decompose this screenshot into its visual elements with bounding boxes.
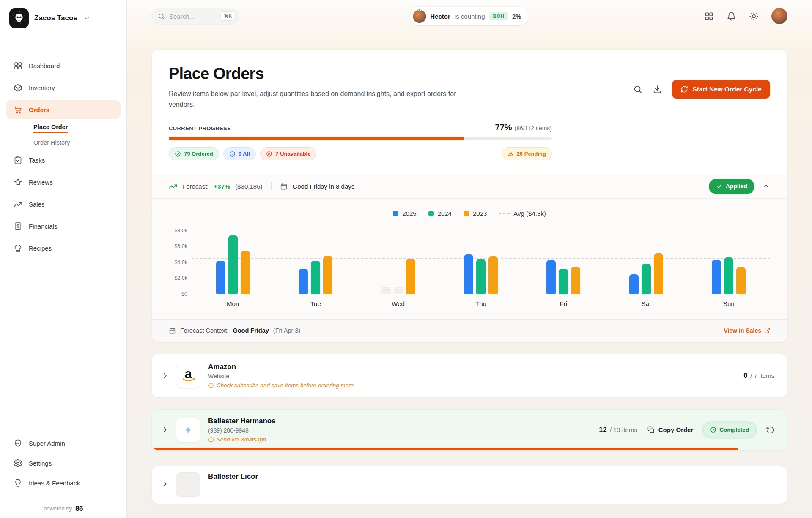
bar-group-thu [439,231,522,294]
bar-group-sun [688,231,770,294]
check-circle-icon [229,151,236,157]
search-orders-button[interactable] [633,85,642,94]
forecast-header: Forecast: +37% ($30,186) Good Friday in … [152,174,787,199]
bar-2025-tue[interactable] [299,269,308,294]
bar-2025-sat[interactable] [629,274,639,294]
boh-badge: BOH [489,12,508,20]
bell-icon[interactable] [727,11,736,21]
vendor-info: Amazon Website Check subscribe and save … [208,363,354,388]
copy-order-button[interactable]: Copy Order [647,426,694,433]
legend-item-2025[interactable]: 2025 [393,210,416,217]
sidebar-item-dashboard[interactable]: Dashboard [6,56,121,75]
sidebar-item-label: Orders [29,106,49,113]
legend-item-2023[interactable]: 2023 [464,210,487,217]
user-avatar[interactable] [771,8,787,24]
applied-button[interactable]: Applied [709,179,754,194]
expand-chevron-right-icon[interactable] [161,480,169,488]
bar-2025-mon[interactable] [216,261,225,294]
bar-2023-thu[interactable] [488,256,498,294]
subnav-order-history[interactable]: Order History [33,139,70,146]
sidebar-item-orders[interactable]: Orders [6,100,121,119]
bar-2024-tue[interactable] [311,261,320,294]
expand-chevron-right-icon[interactable] [161,426,169,434]
live-activity-pill[interactable]: Hector is counting BOH 2% [410,7,529,25]
sidebar-spacer [0,260,126,434]
divider [271,182,272,190]
vendor-card-ballester-hermanos[interactable]: Ballester Hermanos (939) 206-9948 Send v… [151,409,787,451]
bar-2023-fri[interactable] [571,267,580,294]
x-tick-label: Tue [274,300,357,307]
org-switcher[interactable]: Zacos Tacos [0,0,126,37]
undo-icon[interactable] [766,426,774,434]
vendor-card-ballester-licor[interactable]: Ballester Licor [151,466,787,504]
trending-up-icon [14,200,22,209]
alt-badge[interactable]: 0 Alt [223,147,256,160]
refresh-cycle-icon [680,85,688,93]
cart-icon [14,105,22,114]
bar-2024-fri[interactable] [559,269,568,294]
vendor-note[interactable]: Send via Whatsapp [208,436,276,443]
bar-2023-mon[interactable] [241,251,250,294]
bar-2023-wed[interactable] [406,259,415,294]
bar-2024-sat[interactable] [642,264,651,294]
apps-grid-icon[interactable] [704,11,714,21]
bar-2023-tue[interactable] [323,256,332,294]
chart-plot [192,231,770,294]
search-input[interactable] [169,13,216,20]
bar-2024-sun[interactable] [724,257,733,294]
legend-item-2024[interactable]: 2024 [428,210,452,217]
bar-group-sat [605,231,687,294]
bar-group-tue [274,231,357,294]
bar-2024-mon[interactable] [228,235,238,294]
powered-by: powered by 86 [0,499,126,518]
theme-sun-icon[interactable] [749,11,759,21]
download-button[interactable] [653,85,662,94]
subnav-place-order[interactable]: Place Order [33,124,68,133]
dashboard-icon [14,61,22,70]
bar-placeholder-2025[interactable] [381,287,391,294]
legend-item-avg[interactable]: Avg ($4.3k) [499,210,546,217]
sidebar-item-settings[interactable]: Settings [6,454,121,472]
sidebar-item-super-admin[interactable]: Super Admin [6,434,121,452]
bar-2025-sun[interactable] [712,260,721,294]
y-tick-label: $2.0k [174,275,187,281]
bar-2025-thu[interactable] [464,254,473,294]
vendor-card-amazon[interactable]: a Amazon Website Check subscribe and sav… [151,354,787,398]
collapse-chevron-up-icon[interactable] [762,182,770,190]
sidebar-item-inventory[interactable]: Inventory [6,78,121,97]
bar-group-mon [192,231,274,294]
sidebar-nav: Dashboard Inventory Orders Place Order O… [0,37,126,260]
bar-2025-fri[interactable] [546,260,556,294]
view-in-sales-link[interactable]: View in Sales [724,327,770,334]
sidebar-item-recipes[interactable]: Recipes [6,238,121,258]
amazon-logo: a [176,364,200,388]
forecast-section: Forecast: +37% ($30,186) Good Friday in … [152,174,787,342]
start-new-order-cycle-button[interactable]: Start New Order Cycle [672,80,770,99]
alt-badge-label: 0 Alt [239,151,250,157]
expand-chevron-right-icon[interactable] [161,372,169,380]
unavailable-badge[interactable]: 7 Unavailable [260,147,316,160]
bar-2023-sun[interactable] [736,267,746,294]
gear-icon [14,459,22,468]
bar-placeholder-2024[interactable] [394,287,403,294]
pending-badge[interactable]: 26 Pending [502,147,552,160]
warning-triangle-icon [508,151,514,157]
sidebar-item-ideas-feedback[interactable]: Ideas & Feedback [6,474,121,492]
sidebar-item-tasks[interactable]: Tasks [6,150,121,170]
bar-2024-thu[interactable] [476,259,486,294]
package-icon [14,83,22,92]
ordered-badge[interactable]: 79 Ordered [169,147,219,160]
sidebar-item-financials[interactable]: Financials [6,216,121,236]
copy-icon [647,426,655,433]
search-shortcut-hint: ⌘K [220,11,236,21]
item-count: 0/ 7 items [743,372,774,380]
sidebar-item-reviews[interactable]: Reviews [6,172,121,192]
bar-2023-sat[interactable] [654,253,663,294]
sidebar-item-label: Financials [29,223,58,230]
app-root: Zacos Tacos Dashboard Inventory [0,0,812,518]
forecast-event: Good Friday in 8 days [293,183,355,190]
vendor-note: Check subscribe and save items before or… [208,382,354,388]
chart-y-axis: $8.0k$6.0k$4.0k$2.0k$0 [169,231,192,294]
sidebar-item-sales[interactable]: Sales [6,194,121,214]
search-bar[interactable]: ⌘K [151,8,239,25]
